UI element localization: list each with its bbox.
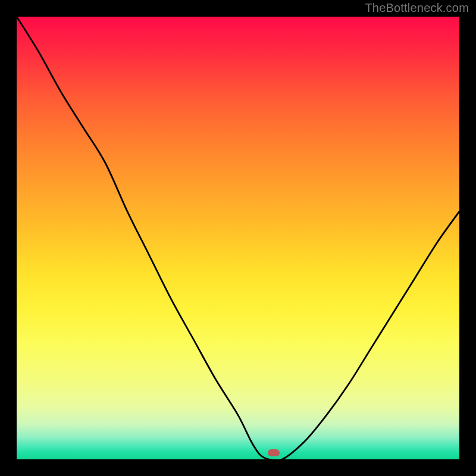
optimal-point-marker bbox=[268, 449, 280, 456]
bottleneck-curve-path bbox=[17, 17, 459, 461]
chart-frame: TheBottleneck.com bbox=[0, 0, 476, 476]
plot-area bbox=[17, 17, 459, 459]
watermark-text: TheBottleneck.com bbox=[365, 1, 469, 15]
curve-svg bbox=[17, 17, 459, 459]
